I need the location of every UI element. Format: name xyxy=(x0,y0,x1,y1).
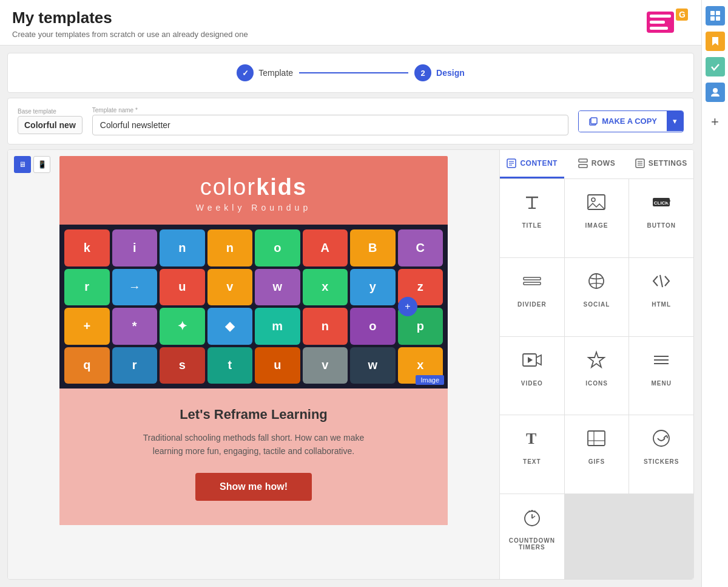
content-item-video[interactable]: VIDEO xyxy=(500,337,564,415)
sidebar-grid-icon[interactable] xyxy=(706,6,725,25)
template-bar: Base template Colorful new Template name… xyxy=(7,98,694,144)
menu-label: MENU xyxy=(651,380,671,387)
svg-rect-37 xyxy=(588,431,605,446)
panel-tabs: CONTENT ROWS SETTINGS xyxy=(500,150,693,179)
content-item-social[interactable]: SOCIAL xyxy=(565,258,629,336)
make-copy-button[interactable]: MAKE A COPY xyxy=(579,111,667,132)
content-item-title[interactable]: TITLE xyxy=(500,179,564,257)
content-item-gifs[interactable]: GIFS xyxy=(565,415,629,494)
tab-rows[interactable]: ROWS xyxy=(564,150,629,178)
content-item-image[interactable]: IMAGE xyxy=(565,179,629,257)
base-template-label: Base template xyxy=(18,108,83,115)
make-copy-dropdown[interactable]: ▾ xyxy=(667,111,683,131)
svg-marker-31 xyxy=(528,357,533,363)
menu-icon xyxy=(650,349,672,374)
email-body: Let's Reframe Learning Traditional schoo… xyxy=(59,389,448,525)
brand-bold: kids xyxy=(256,174,307,200)
header: My templates Create your templates from … xyxy=(0,0,701,46)
brand-name: colorkids xyxy=(72,174,436,200)
image-item-label: IMAGE xyxy=(585,222,608,229)
step-2: 2 Design xyxy=(414,64,465,81)
tab-content-label: CONTENT xyxy=(520,159,558,168)
content-item-button[interactable]: CLICK BUTTON xyxy=(629,179,693,257)
button-item-label: BUTTON xyxy=(647,222,675,229)
content-item-text[interactable]: T TEXT xyxy=(500,415,564,494)
header-left: My templates Create your templates from … xyxy=(12,8,248,39)
tab-content[interactable]: CONTENT xyxy=(500,150,564,178)
email-header: colorkids Weekly Roundup xyxy=(59,156,448,225)
image-label: Image xyxy=(416,375,444,385)
svg-rect-2 xyxy=(650,21,665,24)
gifs-icon xyxy=(585,427,607,452)
brand-subtitle: Weekly Roundup xyxy=(72,203,436,212)
svg-point-51 xyxy=(713,88,718,93)
svg-text:G: G xyxy=(679,10,686,19)
title-icon xyxy=(521,191,543,216)
countdown-icon xyxy=(521,506,543,531)
content-item-stickers[interactable]: STICKERS xyxy=(629,415,693,494)
svg-point-22 xyxy=(592,198,595,202)
canvas-area[interactable]: 🖥 📱 colorkids Weekly Roundup xyxy=(8,150,499,579)
brand-light: color xyxy=(200,174,256,200)
content-item-html[interactable]: HTML xyxy=(629,258,693,336)
tab-settings-label: SETTINGS xyxy=(649,159,687,168)
svg-rect-50 xyxy=(716,16,720,21)
base-template-value: Colorful new xyxy=(18,116,83,134)
stepper: ✓ Template 2 Design xyxy=(237,64,465,81)
svg-text:T: T xyxy=(526,430,536,447)
tab-rows-label: ROWS xyxy=(592,159,615,168)
stickers-label: STICKERS xyxy=(644,458,679,465)
canvas-toolbar: 🖥 📱 xyxy=(14,156,50,173)
template-name-field: Template name * xyxy=(92,107,568,135)
gifs-label: GIFS xyxy=(588,458,605,465)
content-item-menu[interactable]: MENU xyxy=(629,337,693,415)
page-title: My templates xyxy=(12,8,248,27)
text-label: TEXT xyxy=(523,458,541,465)
svg-line-44 xyxy=(534,511,535,512)
text-icon: T xyxy=(521,427,543,452)
email-text: Traditional schooling methods fall short… xyxy=(132,431,375,458)
svg-text:CLICK: CLICK xyxy=(654,200,669,206)
stickers-icon xyxy=(650,427,672,452)
sidebar-add-button[interactable]: + xyxy=(711,114,719,130)
email-image-wrapper[interactable]: k i n n o A B C r → u v xyxy=(59,225,448,389)
step-1-circle: ✓ xyxy=(237,64,254,81)
tab-settings[interactable]: SETTINGS xyxy=(629,150,693,178)
mobile-view-button[interactable]: 📱 xyxy=(33,156,50,173)
image-icon xyxy=(585,191,607,216)
icons-icon xyxy=(585,349,607,374)
sidebar-check-icon[interactable] xyxy=(706,57,725,76)
icons-label: ICONS xyxy=(585,380,608,387)
email-preview: colorkids Weekly Roundup k i n xyxy=(59,156,448,525)
svg-rect-25 xyxy=(524,277,541,280)
step-1-label: Template xyxy=(258,68,293,78)
base-template-field: Base template Colorful new xyxy=(18,108,83,134)
video-label: VIDEO xyxy=(521,380,543,387)
right-sidebar: + xyxy=(701,0,728,587)
sidebar-person-icon[interactable] xyxy=(706,83,725,102)
cta-button[interactable]: Show me how! xyxy=(195,473,312,501)
logo: G xyxy=(647,8,689,39)
svg-rect-26 xyxy=(524,282,541,285)
social-label: SOCIAL xyxy=(584,301,610,308)
svg-line-29 xyxy=(660,275,662,287)
desktop-view-button[interactable]: 🖥 xyxy=(14,156,31,173)
svg-rect-47 xyxy=(710,11,715,15)
content-item-countdown[interactable]: COUNTDOWN TIMERS xyxy=(500,494,564,579)
svg-rect-1 xyxy=(650,15,671,18)
step-line xyxy=(299,72,408,73)
title-label: TITLE xyxy=(522,222,542,229)
sidebar-bookmark-icon[interactable] xyxy=(706,32,725,51)
content-item-divider[interactable]: DIVIDER xyxy=(500,258,564,336)
content-item-icons[interactable]: ICONS xyxy=(565,337,629,415)
html-label: HTML xyxy=(652,301,671,308)
template-name-input[interactable] xyxy=(92,115,568,135)
step-2-label: Design xyxy=(436,68,465,78)
step-1: ✓ Template xyxy=(237,64,293,81)
editor-area: 🖥 📱 colorkids Weekly Roundup xyxy=(7,149,694,580)
drag-icon[interactable]: + xyxy=(398,297,417,316)
content-grid: TITLE IMAGE CLICK BUTTON xyxy=(500,179,693,579)
divider-icon xyxy=(521,270,543,295)
svg-line-43 xyxy=(529,511,530,512)
page-subtitle: Create your templates from scratch or us… xyxy=(12,30,248,39)
